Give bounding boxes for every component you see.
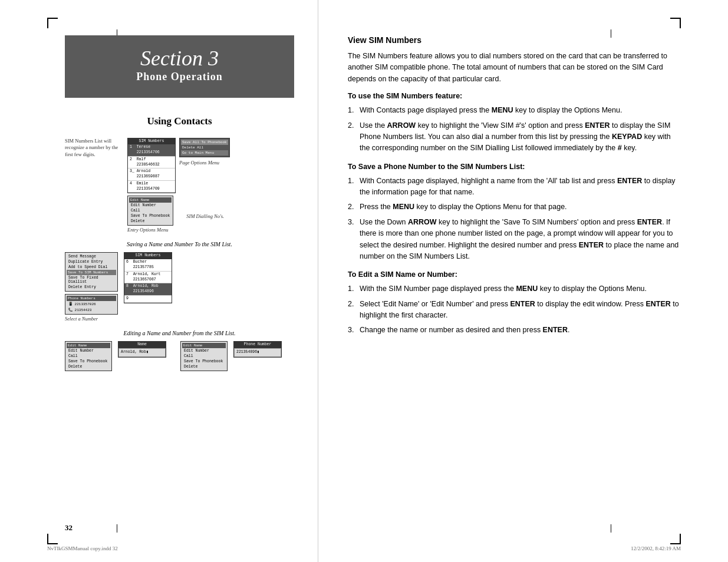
sim-numbers-screen: SIM Numbers 1 Terese 2213354706 2 Ralf 2… [127,138,176,194]
editing-caption: Editing a Name and Number from the SIM L… [65,330,294,336]
section-header: Section 3 Phone Operation [65,35,294,98]
sim-row-1: 1 Terese 2213354706 [128,144,175,157]
save-sim-step-2: 2. Press the MENU key to display the Opt… [348,201,681,213]
use-sim-list: 1. With Contacts page displayed press th… [348,105,681,154]
save-options-menu: Save All To Phonebook Delete All Go to M… [179,138,230,157]
edit-name-menu-2: Edit Name Edit Number Call Save To Phone… [180,341,228,371]
phone-number-screen: Phone Number 221354896▮ [233,341,282,358]
edit-sim-step-2: 2. Select 'Edit Name' or 'Edit Number' a… [348,299,681,322]
save-sim-step-3: 3. Use the Down ARROW key to highlight t… [348,217,681,263]
page-options-label: Page Options Menu [179,160,230,166]
footer: NvTIkGSMManual copy.indd 32 12/2/2002, 8… [0,546,728,551]
saving-caption: Saving a Name and Number To the SIM List… [65,241,294,247]
name-field-group: Name Arnold, Rob▮ [118,341,166,358]
page-number: 32 [65,523,73,533]
screenshot-row-3: Edit Name Edit Number Call Save To Phone… [65,341,294,371]
save-sim-step-1: 1. With Contacts page displayed, highlig… [348,176,681,199]
save-sim-heading: To Save a Phone Number to the SIM Number… [348,163,681,171]
select-number-label: Select a Number [65,316,118,322]
section-number: Section 3 [83,47,276,71]
use-sim-heading: To use the SIM Numbers feature: [348,92,681,100]
edit-sim-step-1: 1. With the SIM Number page displayed pr… [348,283,681,295]
right-column: View SIM Numbers The SIM Numbers feature… [318,0,728,562]
view-sim-para: The SIM Numbers feature allows you to di… [348,51,681,85]
entry-options-group: Edit Name Edit Number Call Save To Phone… [127,196,173,233]
sim-numbers-screen-2: SIM Numbers 6 Bucher 221357785 7 Arnold,… [124,252,172,303]
sim-row-7: 7 Arnold, Kurt 2213657087 [124,272,172,284]
phone-number-field-group: Phone Number 221354896▮ [233,341,282,358]
annotation-sim-list: SIM Numbers List will recognize a number… [65,138,124,158]
section-title: Phone Operation [83,71,276,83]
send-message-menu: Send Message Duplicate Entry Add to Spee… [65,252,118,292]
sim-row-6: 6 Bucher 221357785 [124,259,172,272]
sim-row-2: 2 Ralf 2238546632 [128,157,175,169]
name-input: Arnold, Rob▮ [118,348,166,357]
sim-row-8: 8 Arnold, Rob 221354896 [124,283,172,296]
footer-left: NvTIkGSMManual copy.indd 32 [47,546,118,551]
entry-options-label: Entry Options Menu [127,227,168,233]
footer-right: 12/2/2002, 8:42:19 AM [631,546,681,551]
page-container: Section 3 Phone Operation Using Contacts… [0,0,728,562]
screenshot-group-1: SIM Numbers List will recognize a number… [65,138,294,233]
left-column: Section 3 Phone Operation Using Contacts… [0,0,318,562]
sim-title: SIM Numbers [128,138,175,145]
edit-sim-step-3: 3. Change the name or number as desired … [348,325,681,336]
save-sim-list: 1. With Contacts page displayed, highlig… [348,176,681,263]
using-contacts-title: Using Contacts [65,115,294,127]
name-screen: Name Arnold, Rob▮ [118,341,166,358]
phone-input: 221354896▮ [234,348,281,357]
edit-sim-list: 1. With the SIM Number page displayed pr… [348,283,681,336]
entry-options-menu: Edit Name Edit Number Call Save To Phone… [127,196,173,226]
screenshot-group-3: Edit Name Edit Number Call Save To Phone… [65,341,294,371]
sim-dialling-label: SIM Dialling No's. [186,213,224,219]
sim-row-9: 9 [124,296,172,303]
edit-name-menu-1: Edit Name Edit Number Call Save To Phone… [65,341,112,371]
left-menu-group: Send Message Duplicate Entry Add to Spee… [65,252,118,322]
edit-sim-heading: To Edit a SIM Name or Number: [348,270,681,279]
sim-row-3: 3_ Arnold 2213659887 [128,168,175,181]
view-sim-heading: View SIM Numbers [348,35,681,45]
use-sim-step-1: 1. With Contacts page displayed press th… [348,105,681,116]
screenshot-row-2: Send Message Duplicate Entry Add to Spee… [65,252,294,322]
page-options-area: Save All To Phonebook Delete All Go to M… [179,138,230,166]
entry-options-row: Edit Name Edit Number Call Save To Phone… [65,196,294,233]
sim-row-4: 4 Emile 2213354709 [128,181,175,193]
use-sim-step-2: 2. Use the ARROW key to highlight the 'V… [348,120,681,154]
screenshot-group-2: Send Message Duplicate Entry Add to Spee… [65,252,294,322]
phone-numbers-submenu: Phone Numbers 📱 2213357026 📞 21354423 [65,294,118,315]
screenshot-row-1: SIM Numbers List will recognize a number… [65,138,294,194]
